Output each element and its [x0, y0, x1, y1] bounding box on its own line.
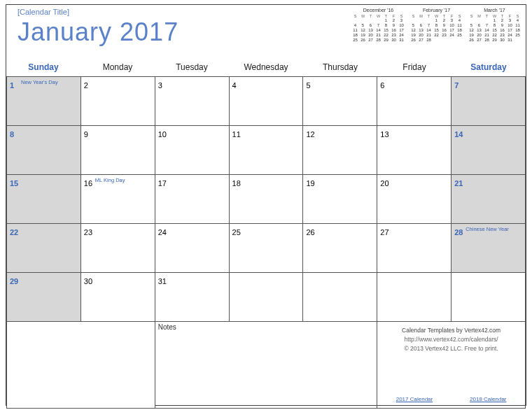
- day-cell: 31: [155, 273, 229, 322]
- day-cell: 20: [377, 175, 451, 224]
- day-cell: 19: [302, 175, 377, 224]
- day-number: 17: [158, 179, 167, 188]
- day-cell: 3: [155, 77, 229, 126]
- day-cell: 9: [80, 126, 155, 175]
- mini-calendar: December '16SMTWTFS123456789101112131415…: [351, 8, 405, 43]
- day-number: 11: [232, 130, 241, 139]
- calendar-page: [Calendar Title] January 2017 December '…: [6, 4, 526, 406]
- day-number: 5: [306, 81, 310, 90]
- day-number: 14: [454, 130, 463, 139]
- link-2018-calendar[interactable]: 2018 Calendar: [470, 395, 506, 404]
- calendar-header: [Calendar Title] January 2017 December '…: [6, 5, 526, 59]
- day-cell: [302, 273, 377, 322]
- day-number: 20: [380, 179, 388, 188]
- day-cell: 15: [6, 175, 80, 224]
- weekday-header: SundayMondayTuesdayWednesdayThursdayFrid…: [6, 59, 526, 76]
- day-cell: 23: [80, 224, 155, 273]
- day-cell: 12: [302, 126, 377, 175]
- day-number: 21: [454, 179, 463, 188]
- day-number: 26: [306, 228, 314, 236]
- credit-line-2: http://www.vertex42.com/calendars/: [380, 335, 522, 344]
- mini-calendar: March '17SMTWTFS123456789101112131415161…: [468, 8, 522, 43]
- day-number: 7: [454, 81, 458, 90]
- day-cell: 4: [229, 77, 303, 126]
- day-cell: 13: [377, 126, 451, 175]
- weekday-label: Sunday: [6, 62, 80, 72]
- day-cell: 28Chinese New Year: [451, 224, 525, 273]
- notes-label: Notes: [158, 323, 176, 331]
- day-cell: 2: [80, 77, 155, 126]
- day-number: 8: [10, 130, 14, 139]
- day-cell: 16ML King Day: [80, 175, 155, 224]
- footer-blank: [6, 322, 155, 409]
- day-event: New Year's Day: [21, 79, 58, 85]
- mini-title: December '16: [351, 8, 405, 13]
- day-cell: 1New Year's Day: [6, 77, 80, 126]
- day-cell: 26: [302, 224, 377, 273]
- day-number: 6: [380, 81, 384, 90]
- mini-calendars: December '16SMTWTFS123456789101112131415…: [351, 8, 522, 43]
- day-cell: [451, 273, 525, 322]
- day-cell: [229, 273, 303, 322]
- day-number: 10: [158, 130, 167, 139]
- day-cell: 11: [229, 126, 303, 175]
- mini-title: March '17: [468, 8, 522, 13]
- credits-box: Calendar Templates by Vertex42.com http:…: [377, 322, 525, 409]
- credit-line-3: © 2013 Vertex42 LLC. Free to print.: [380, 344, 522, 353]
- day-event: Chinese New Year: [465, 226, 509, 232]
- day-cell: 24: [155, 224, 229, 273]
- day-number: 2: [84, 81, 88, 90]
- day-number: 16: [84, 179, 92, 188]
- day-number: 29: [10, 277, 18, 285]
- weekday-label: Monday: [80, 62, 155, 72]
- day-number: 22: [10, 228, 18, 236]
- day-number: 4: [232, 81, 237, 90]
- day-cell: 10: [155, 126, 229, 175]
- day-number: 9: [84, 130, 88, 139]
- day-number: 24: [158, 228, 167, 236]
- calendar-footer: Notes Calendar Templates by Vertex42.com…: [6, 322, 526, 409]
- day-cell: 27: [377, 224, 451, 273]
- day-number: 25: [232, 228, 241, 236]
- weekday-label: Tuesday: [155, 62, 229, 72]
- day-number: 19: [306, 179, 314, 188]
- day-number: 3: [158, 81, 162, 90]
- day-cell: 8: [6, 126, 80, 175]
- day-number: 15: [10, 179, 18, 188]
- credit-line-1: Calendar Templates by Vertex42.com: [380, 326, 522, 335]
- day-number: 18: [232, 179, 241, 188]
- day-number: 23: [84, 228, 92, 236]
- day-number: 1: [10, 81, 14, 90]
- weekday-label: Saturday: [451, 62, 526, 72]
- day-cell: [377, 273, 451, 322]
- notes-area: Notes: [155, 322, 377, 409]
- day-cell: 17: [155, 175, 229, 224]
- day-cell: 25: [229, 224, 303, 273]
- day-number: 27: [380, 228, 388, 236]
- weekday-label: Wednesday: [229, 62, 303, 72]
- day-cell: 6: [377, 77, 451, 126]
- day-cell: 29: [6, 273, 80, 322]
- day-cell: 21: [451, 175, 525, 224]
- mini-calendar: February '17SMTWTFS123456789101112131415…: [410, 8, 463, 43]
- day-number: 13: [380, 130, 388, 139]
- calendar-grid: 1New Year's Day2345678910111213141516ML …: [6, 76, 526, 322]
- link-2017-calendar[interactable]: 2017 Calendar: [396, 395, 433, 404]
- day-number: 31: [158, 277, 167, 285]
- day-cell: 18: [229, 175, 303, 224]
- day-cell: 22: [6, 224, 80, 273]
- day-cell: 7: [451, 77, 525, 126]
- day-cell: 14: [451, 126, 525, 175]
- day-number: 12: [306, 130, 314, 139]
- day-number: 30: [84, 277, 92, 285]
- day-number: 28: [454, 228, 463, 236]
- weekday-label: Thursday: [303, 62, 377, 72]
- mini-title: February '17: [410, 8, 463, 13]
- day-cell: 5: [302, 77, 377, 126]
- day-cell: 30: [80, 273, 155, 322]
- day-event: ML King Day: [95, 177, 125, 183]
- weekday-label: Friday: [377, 62, 451, 72]
